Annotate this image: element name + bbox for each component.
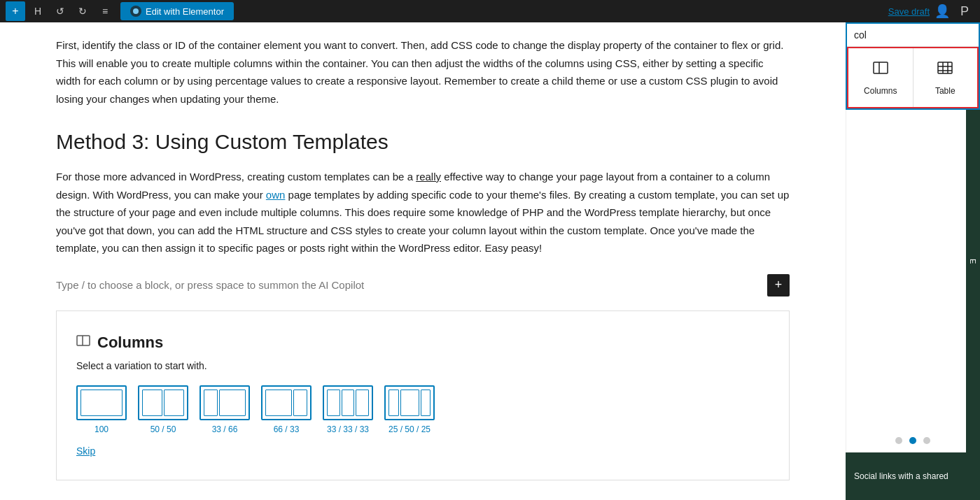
bottom-dots-row (846, 431, 980, 450)
block-search-input[interactable] (847, 24, 979, 47)
col-seg (164, 390, 184, 416)
col-seg (142, 390, 162, 416)
columns-block-title: Columns (97, 334, 163, 352)
elementor-icon (130, 6, 141, 17)
add-block-inline-button[interactable]: + (767, 274, 790, 297)
columns-block-header: Columns (76, 334, 769, 352)
svg-rect-1 (77, 336, 90, 345)
variation-25-50-25-label: 25 / 50 / 25 (388, 424, 430, 434)
columns-result-icon (872, 59, 889, 80)
variation-50-50-label: 50 / 50 (150, 424, 176, 434)
skip-link[interactable]: Skip (76, 445, 95, 457)
add-block-toolbar-button[interactable]: + (6, 1, 25, 21)
column-variations: 100 50 / 50 33 / 66 (76, 385, 769, 434)
variation-25-50-25-box (384, 385, 435, 420)
col-seg (80, 390, 122, 416)
table-result-label: Table (935, 86, 955, 96)
variation-25-50-25[interactable]: 25 / 50 / 25 (384, 385, 435, 434)
col-seg (400, 390, 419, 416)
col-seg (342, 390, 355, 416)
redo-button[interactable]: ↻ (73, 1, 92, 21)
save-draft-button[interactable]: Save draft (888, 6, 930, 17)
col-seg (219, 390, 246, 416)
publish-button[interactable]: P (955, 1, 974, 21)
columns-result-label: Columns (864, 86, 897, 96)
variation-66-33[interactable]: 66 / 33 (261, 385, 312, 434)
content-wrapper: First, identify the class or ID of the c… (0, 22, 980, 500)
variation-66-33-label: 66 / 33 (274, 424, 300, 434)
method3-paragraph: For those more advanced in WordPress, cr… (56, 168, 790, 257)
col-seg (204, 390, 218, 416)
columns-block-icon (76, 334, 90, 351)
variation-33-66-label: 33 / 66 (212, 424, 238, 434)
svg-point-0 (133, 8, 139, 14)
undo-button[interactable]: ↺ (50, 1, 70, 21)
block-placeholder-text: Type / to choose a block, or press space… (56, 279, 767, 291)
menu-button[interactable]: ≡ (95, 1, 115, 21)
social-panel-text: Social links with a shared (854, 471, 948, 481)
editor-area: First, identify the class or ID of the c… (0, 22, 846, 500)
variation-100-label: 100 (94, 424, 108, 434)
table-result-item[interactable]: Table (913, 48, 978, 107)
heading-button[interactable]: H (28, 1, 48, 21)
columns-result-item[interactable]: Columns (848, 48, 913, 107)
svg-rect-5 (938, 62, 952, 73)
intro-paragraph: First, identify the class or ID of the c… (56, 36, 790, 108)
variation-33-33-33-label: 33 / 33 / 33 (327, 424, 369, 434)
col-seg (293, 390, 307, 416)
dot-3 (923, 437, 930, 444)
table-result-icon (937, 59, 953, 80)
edit-button-label: Edit with Elementor (146, 6, 224, 17)
own-link[interactable]: own (266, 189, 286, 201)
variation-100-box (76, 385, 127, 420)
toolbar: + H ↺ ↻ ≡ Edit with Elementor Save draft… (0, 0, 980, 22)
block-results-area: Columns Table (847, 47, 979, 108)
user-button[interactable]: 👤 (932, 1, 952, 21)
edit-with-elementor-button[interactable]: Edit with Elementor (120, 2, 234, 20)
dot-2 (909, 437, 916, 444)
svg-rect-3 (874, 62, 888, 73)
strip-letter: E (969, 259, 977, 264)
variation-33-66[interactable]: 33 / 66 (200, 385, 250, 434)
variation-33-33-33-box (323, 385, 373, 420)
variation-50-50-box (138, 385, 188, 420)
block-search-popup: Columns Table (846, 22, 980, 110)
right-panel: Columns Table (846, 22, 980, 500)
really-underlined: really (416, 171, 441, 183)
col-seg (388, 390, 399, 416)
block-input-row: Type / to choose a block, or press space… (56, 274, 790, 297)
variation-50-50[interactable]: 50 / 50 (138, 385, 188, 434)
dot-1 (895, 437, 902, 444)
variation-33-66-box (200, 385, 250, 420)
social-panel: Social links with a shared (846, 452, 980, 500)
col-seg (327, 390, 340, 416)
variation-33-33-33[interactable]: 33 / 33 / 33 (323, 385, 373, 434)
columns-block: Columns Select a variation to start with… (56, 310, 790, 480)
col-seg (356, 390, 369, 416)
col-seg (265, 390, 292, 416)
columns-block-subtitle: Select a variation to start with. (76, 360, 769, 371)
variation-100[interactable]: 100 (76, 385, 127, 434)
variation-66-33-box (261, 385, 312, 420)
col-seg (421, 390, 431, 416)
method3-heading: Method 3: Using Custom Templates (56, 130, 790, 154)
